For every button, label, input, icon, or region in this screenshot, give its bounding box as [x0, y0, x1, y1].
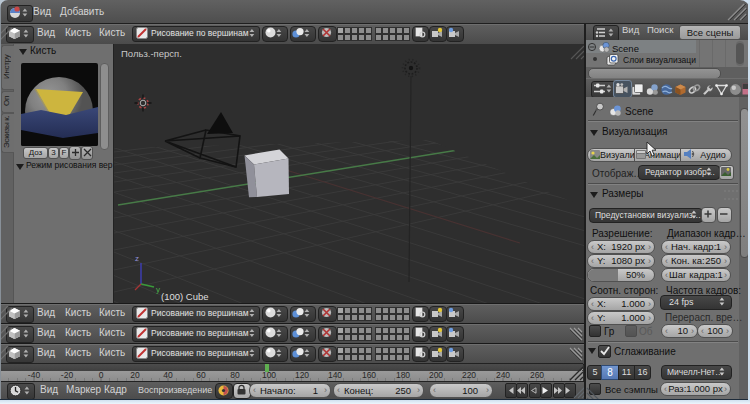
svg-text:z: z [135, 254, 139, 263]
svg-text:у: у [156, 285, 160, 294]
